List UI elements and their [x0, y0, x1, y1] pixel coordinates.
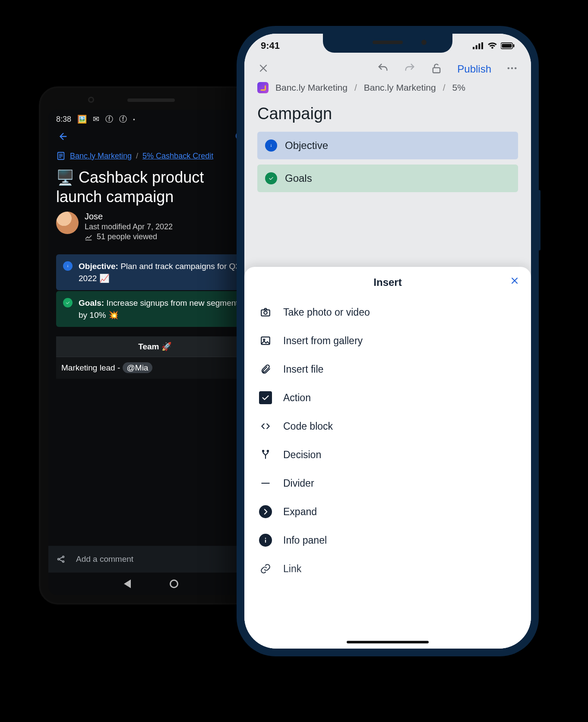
svg-point-16: [508, 67, 510, 70]
checkbox-icon: [259, 391, 272, 404]
back-button[interactable]: [56, 130, 68, 144]
svg-rect-8: [473, 47, 474, 49]
share-icon[interactable]: [56, 554, 66, 564]
cellular-icon: [473, 42, 484, 49]
svg-rect-9: [475, 45, 477, 49]
insert-option-expand[interactable]: Expand: [257, 497, 518, 526]
option-label: Info panel: [283, 535, 327, 546]
svg-point-18: [515, 67, 517, 70]
nav-back-icon[interactable]: [124, 580, 131, 588]
page-title[interactable]: Campaign: [244, 97, 531, 132]
option-label: Expand: [283, 506, 317, 518]
svg-rect-14: [513, 44, 515, 48]
insert-option-file[interactable]: Insert file: [257, 355, 518, 383]
breadcrumb: Banc.ly Marketing / Banc.ly Marketing / …: [244, 82, 531, 97]
undo-button[interactable]: [377, 62, 389, 76]
goals-label: Goals: [285, 172, 312, 184]
last-modified: Last modified Apr 7, 2022: [85, 222, 173, 231]
android-front-camera: [88, 97, 94, 103]
insert-option-link[interactable]: Link: [257, 554, 518, 583]
status-time: 8:38: [56, 115, 71, 124]
user-mention[interactable]: @Mia: [123, 362, 153, 373]
view-count: 51 people viewed: [97, 232, 157, 241]
code-icon: [259, 420, 272, 433]
breadcrumb-separator: /: [136, 152, 138, 161]
objective-panel[interactable]: Objective: [257, 132, 518, 159]
insert-option-divider[interactable]: Divider: [257, 469, 518, 497]
goals-label: Goals:: [79, 298, 104, 307]
camera-icon: [259, 306, 272, 319]
info-icon: [265, 139, 277, 152]
svg-point-20: [264, 311, 267, 314]
sheet-close-button[interactable]: [509, 276, 520, 288]
info-icon: [259, 534, 272, 547]
page-icon: [56, 151, 66, 161]
author-avatar[interactable]: [56, 212, 79, 234]
goals-panel: Goals: Increase signups from new segment…: [56, 291, 254, 327]
breadcrumb-level2[interactable]: Banc.ly Marketing: [364, 82, 436, 93]
comment-bar[interactable]: Add a comment: [48, 546, 254, 573]
iphone-frame: 9:41 Publish Banc.ly Marketing /: [237, 26, 539, 656]
fork-icon: [259, 448, 272, 461]
wifi-icon: [487, 42, 497, 49]
option-label: Divider: [283, 478, 314, 489]
overflow-menu-button[interactable]: [506, 62, 518, 76]
image-icon: 🖼️: [77, 114, 87, 124]
insert-option-gallery[interactable]: Insert from gallery: [257, 326, 518, 355]
android-app-bar: [48, 129, 254, 149]
check-icon: [63, 298, 73, 307]
android-speaker: [127, 98, 175, 102]
svg-rect-13: [502, 44, 512, 48]
link-icon: [259, 562, 272, 575]
objective-panel: Objective: Plan and track campaigns for …: [56, 254, 254, 290]
breadcrumb-separator: /: [354, 82, 357, 93]
page-title-emoji: 🖥️: [56, 169, 74, 186]
breadcrumb-root[interactable]: Banc.ly Marketing: [70, 152, 132, 161]
mail-icon: ✉︎: [93, 114, 99, 124]
breadcrumb: Banc.ly Marketing / 5% Cashback Credit: [48, 149, 254, 163]
nav-home-icon[interactable]: [170, 580, 178, 588]
breadcrumb-root[interactable]: Banc.ly Marketing: [275, 82, 348, 93]
home-indicator[interactable]: [347, 641, 429, 643]
svg-rect-11: [481, 42, 483, 49]
svg-point-17: [511, 67, 513, 70]
android-phone-frame: 8:38 🖼️ ✉︎ ⓕ ⓕ ● Banc.ly Marketing / 5% …: [39, 86, 263, 605]
breadcrumb-page[interactable]: 5% Cashback Credit: [142, 152, 213, 161]
svg-point-22: [263, 339, 265, 340]
insert-option-photo[interactable]: Take photo or video: [257, 298, 518, 326]
goals-panel[interactable]: Goals: [257, 165, 518, 192]
comment-placeholder[interactable]: Add a comment: [76, 554, 133, 564]
breadcrumb-level3[interactable]: 5%: [452, 82, 465, 93]
divider-icon: [259, 477, 272, 490]
sheet-header: Insert: [244, 267, 531, 298]
chevron-right-icon: [259, 505, 272, 518]
check-icon: [265, 172, 277, 184]
table-row: Marketing lead - @Mia: [56, 357, 254, 379]
android-nav-bar: [48, 573, 254, 595]
analytics-icon: [85, 233, 92, 241]
breadcrumb-separator: /: [443, 82, 446, 93]
insert-option-decision[interactable]: Decision: [257, 440, 518, 469]
unlock-button[interactable]: [430, 62, 443, 76]
publish-button[interactable]: Publish: [457, 63, 491, 75]
insert-option-info-panel[interactable]: Info panel: [257, 526, 518, 554]
option-label: Code block: [283, 421, 333, 432]
iphone-notch: [323, 34, 452, 53]
objective-label: Objective: [285, 139, 328, 152]
sheet-title: Insert: [373, 276, 401, 288]
iphone-side-button: [538, 190, 541, 250]
row-label: Marketing lead -: [61, 363, 123, 372]
battery-icon: [501, 42, 515, 49]
table-header: Team 🚀: [56, 336, 254, 357]
insert-option-code[interactable]: Code block: [257, 412, 518, 440]
paperclip-icon: [259, 363, 272, 376]
option-label: Take photo or video: [283, 307, 370, 318]
insert-options-list: Take photo or video Insert from gallery …: [244, 298, 531, 649]
insert-option-action[interactable]: Action: [257, 383, 518, 412]
redo-button[interactable]: [404, 62, 416, 76]
close-button[interactable]: [257, 62, 269, 76]
insert-sheet: Insert Take photo or video Insert from g…: [244, 267, 531, 649]
android-status-bar: 8:38 🖼️ ✉︎ ⓕ ⓕ ●: [48, 110, 254, 129]
editor-toolbar: Publish: [244, 58, 531, 82]
facebook-icon: ⓕ: [119, 114, 127, 124]
